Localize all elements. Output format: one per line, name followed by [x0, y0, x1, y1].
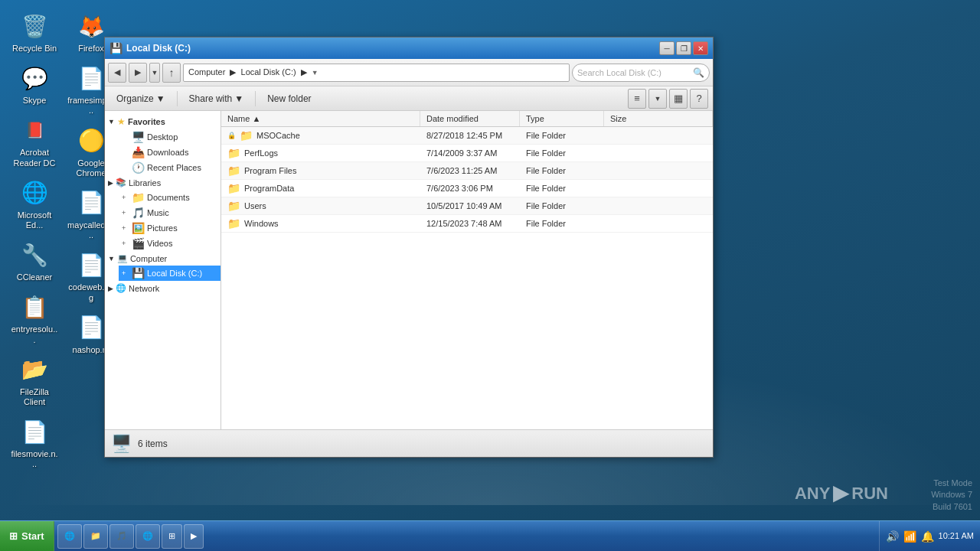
- filesmovie-icon[interactable]: 📄 filesmovie.n...: [8, 413, 61, 472]
- anyrun-logo: ANY ▶ RUN: [795, 481, 888, 505]
- taskbar-item-arrow[interactable]: ▶: [184, 524, 204, 549]
- back-button[interactable]: ◀: [108, 63, 126, 83]
- computer-icon: 💻: [117, 253, 128, 263]
- taskbar-tray: 🔊 📶 🔔 10:21 AM: [879, 521, 980, 551]
- table-row[interactable]: 📁 Program Files 7/6/2023 11:25 AM File F…: [221, 162, 713, 180]
- tree-item-documents[interactable]: + 📁 Documents: [119, 190, 220, 205]
- address-dropdown-icon: ▼: [312, 69, 318, 77]
- network-icon: 🌐: [116, 283, 126, 293]
- table-row[interactable]: 🔒 📁 MSOCache 8/27/2018 12:45 PM File Fol…: [221, 127, 713, 145]
- taskbar: ⊞ Start 🌐 📁 🎵 🌐 ⊞ ▶ 🔊 📶: [0, 520, 980, 551]
- forward-button[interactable]: ▶: [129, 63, 147, 83]
- tree-item-desktop[interactable]: 🖥️ Desktop: [119, 129, 220, 145]
- minimize-button[interactable]: ─: [659, 41, 675, 55]
- entryresolution-icon[interactable]: 📋 entryresolu...: [8, 289, 61, 347]
- taskbar-item-media[interactable]: 🎵: [109, 524, 134, 549]
- computer-items: + 💾 Local Disk (C:): [105, 266, 220, 281]
- search-icon: 🔍: [693, 67, 704, 78]
- file-list: Name ▲ Date modified Type Size 🔒: [221, 111, 713, 429]
- address-text: Computer ▶ Local Disk (C:) ▶: [188, 67, 307, 77]
- windows-logo-icon: ⊞: [9, 530, 18, 542]
- column-header-type[interactable]: Type: [520, 111, 604, 126]
- folder-icon: 📁: [227, 182, 240, 194]
- column-header-name[interactable]: Name ▲: [221, 111, 420, 126]
- tree-item-music[interactable]: + 🎵 Music: [119, 205, 220, 220]
- libraries-section-header[interactable]: ▶ 📚 Libraries: [105, 175, 220, 190]
- ccleaner-icon[interactable]: 🔧 CCleaner: [8, 236, 61, 285]
- taskbar-item-windows[interactable]: ⊞: [162, 524, 182, 549]
- taskbar-item-folder[interactable]: 📁: [83, 524, 108, 549]
- tree-item-videos[interactable]: + 🎬 Videos: [119, 236, 220, 251]
- computer-label: Computer: [130, 254, 167, 263]
- status-drive-icon: 🖥️: [111, 434, 132, 454]
- status-bar: 🖥️ 6 items: [105, 429, 713, 457]
- ie2-icon: 🌐: [142, 531, 153, 541]
- table-row[interactable]: 📁 Windows 12/15/2023 7:48 AM File Folder: [221, 215, 713, 233]
- tray-notification-icon[interactable]: 🔔: [921, 530, 934, 543]
- favorites-collapse-icon: ▼: [108, 118, 115, 126]
- address-bar-area: ◀ ▶ ▼ ↑ Computer ▶ Local Disk (C:) ▶ ▼ S…: [105, 59, 713, 86]
- share-with-button[interactable]: Share with ▼: [182, 90, 251, 108]
- start-button[interactable]: ⊞ Start: [0, 521, 54, 551]
- content-area: ▼ ★ Favorites 🖥️ Desktop 📥 Downloads: [105, 111, 713, 429]
- windows-icon: ⊞: [168, 531, 175, 541]
- recycle-bin-icon[interactable]: 🗑️ Recycle Bin: [8, 8, 61, 57]
- status-item-count: 6 items: [138, 439, 168, 449]
- dropdown-button[interactable]: ▼: [149, 63, 160, 83]
- tray-clock[interactable]: 10:21 AM: [939, 530, 974, 542]
- computer-expand-icon: ▼: [108, 255, 115, 262]
- tree-item-pictures[interactable]: + 🖼️ Pictures: [119, 220, 220, 236]
- tray-network-icon[interactable]: 📶: [903, 530, 916, 543]
- skype-icon[interactable]: 💬 Skype: [8, 60, 61, 109]
- new-folder-button[interactable]: New folder: [260, 90, 318, 108]
- media-icon: 🎵: [116, 531, 127, 541]
- up-button[interactable]: ↑: [162, 63, 181, 83]
- table-row[interactable]: 📁 PerfLogs 7/14/2009 3:37 AM File Folder: [221, 145, 713, 162]
- filezilla-icon[interactable]: 📂 FileZilla Client: [8, 351, 61, 410]
- network-expand-icon: ▶: [108, 285, 113, 292]
- taskbar-item-ie2[interactable]: 🌐: [136, 524, 160, 549]
- title-bar: 💾 Local Disk (C:) ─ ❐ ✕: [105, 37, 713, 59]
- folder-icon: 📁: [227, 200, 240, 212]
- taskbar-middle: 🌐 📁 🎵 🌐 ⊞ ▶: [54, 521, 879, 551]
- toolbar-right: ≡ ▼ ▦ ?: [628, 89, 708, 109]
- view-dropdown-button[interactable]: ▼: [648, 89, 667, 109]
- favorites-label: Favorites: [128, 117, 165, 126]
- file-list-header: Name ▲ Date modified Type Size: [221, 111, 713, 127]
- preview-button[interactable]: ▦: [669, 89, 688, 109]
- help-button[interactable]: ?: [690, 89, 708, 109]
- nav-tree: ▼ ★ Favorites 🖥️ Desktop 📥 Downloads: [105, 111, 221, 429]
- folder-icon: 📁: [227, 165, 240, 177]
- table-row[interactable]: 📁 ProgramData 7/6/2023 3:06 PM File Fold…: [221, 180, 713, 197]
- tree-item-downloads[interactable]: 📥 Downloads: [119, 145, 220, 160]
- taskbar-item-ie[interactable]: 🌐: [57, 524, 82, 549]
- network-section-header[interactable]: ▶ 🌐 Network: [105, 281, 220, 295]
- search-box[interactable]: Search Local Disk (C:) 🔍: [572, 64, 710, 82]
- address-bar[interactable]: Computer ▶ Local Disk (C:) ▶ ▼: [183, 64, 570, 82]
- window-icon: 💾: [109, 42, 122, 54]
- folder-icon: 📁: [90, 531, 101, 541]
- libraries-expand-icon: ▶: [108, 179, 113, 187]
- window-controls: ─ ❐ ✕: [659, 41, 708, 55]
- organize-button[interactable]: Organize ▼: [109, 90, 172, 108]
- tree-item-recent-places[interactable]: 🕐 Recent Places: [119, 160, 220, 175]
- libraries-items: + 📁 Documents + 🎵 Music + 🖼️ Pictures: [105, 190, 220, 251]
- tree-item-local-disk-c[interactable]: + 💾 Local Disk (C:): [119, 266, 220, 281]
- favorites-section-header[interactable]: ▼ ★ Favorites: [105, 114, 220, 129]
- explorer-window: 💾 Local Disk (C:) ─ ❐ ✕ ◀ ▶ ▼ ↑ Computer…: [104, 37, 714, 458]
- lock-icon: 🔒: [227, 132, 236, 139]
- restore-button[interactable]: ❐: [676, 41, 691, 55]
- tray-volume-icon[interactable]: 🔊: [886, 530, 899, 543]
- computer-section-header[interactable]: ▼ 💻 Computer: [105, 251, 220, 266]
- acrobat-icon[interactable]: 📕 Acrobat Reader DC: [8, 112, 61, 171]
- column-header-size[interactable]: Size: [604, 111, 713, 126]
- close-button[interactable]: ✕: [693, 41, 708, 55]
- microsoft-edge-icon[interactable]: 🌐 Microsoft Ed...: [8, 174, 61, 233]
- organize-dropdown-icon: ▼: [156, 93, 165, 104]
- view-list-button[interactable]: ≡: [628, 89, 646, 109]
- toolbar-separator-1: [177, 91, 178, 106]
- arrow-icon: ▶: [191, 531, 197, 541]
- column-header-date[interactable]: Date modified: [420, 111, 520, 126]
- table-row[interactable]: 📁 Users 10/5/2017 10:49 AM File Folder: [221, 197, 713, 215]
- search-placeholder-text: Search Local Disk (C:): [577, 68, 662, 77]
